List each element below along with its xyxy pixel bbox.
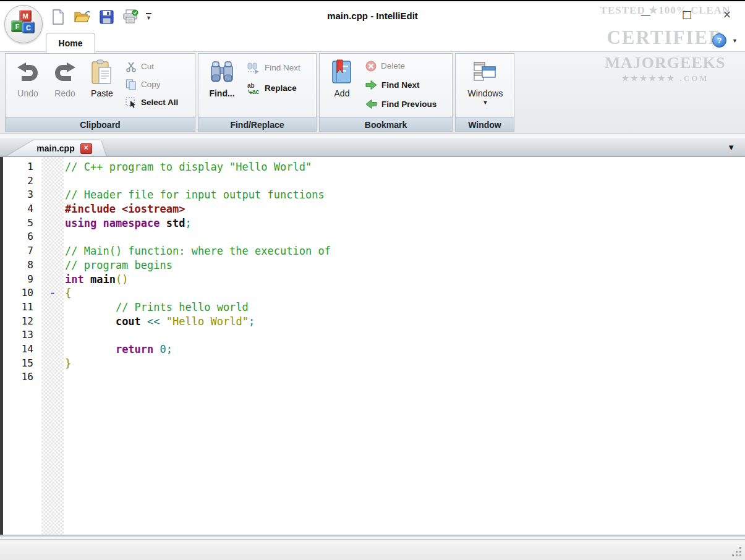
group-caption-bookmark: Bookmark (320, 117, 452, 131)
cut-icon (126, 61, 137, 72)
code-lines: 1// C++ program to display "Hello World"… (3, 160, 745, 384)
copy-button[interactable]: Copy (126, 78, 178, 91)
token-cmt: // Main() function: where the execution … (65, 245, 331, 257)
ribbon-options-caret[interactable]: ▼ (732, 38, 738, 44)
help-button[interactable]: ? (712, 33, 726, 48)
token-pln (160, 315, 166, 328)
copy-icon (126, 79, 137, 90)
document-tab-bar: main.cpp × ▼ (0, 138, 745, 157)
windows-dropdown-caret: ▼ (483, 100, 488, 106)
code-line: 8// program begins (3, 258, 745, 273)
code-text[interactable]: cout << "Hello World"; (64, 315, 745, 329)
code-text[interactable] (64, 174, 745, 189)
help-row: ? ▼ (712, 33, 738, 48)
bookmark-book-icon (330, 58, 354, 87)
code-text[interactable]: // C++ program to display "Hello World" (64, 160, 745, 174)
redo-icon (52, 58, 78, 87)
code-text[interactable]: { (64, 286, 745, 300)
code-line: 16 (3, 370, 745, 384)
token-cmt: // Header file for input output function… (65, 189, 325, 201)
undo-button[interactable]: Undo (9, 56, 46, 98)
paste-icon (91, 58, 113, 87)
maximize-button[interactable]: □ (682, 7, 692, 21)
fold-marker-icon[interactable]: - (41, 286, 64, 300)
fold-margin-cell (41, 258, 64, 273)
token-num: 0 (160, 343, 166, 355)
close-button[interactable]: × (723, 7, 731, 21)
delete-bookmark-button[interactable]: Delete (365, 59, 436, 72)
replace-icon: ab ac (247, 82, 260, 95)
fold-margin-cell (41, 244, 64, 258)
code-text[interactable]: } (64, 357, 745, 371)
token-pln (141, 315, 147, 328)
code-text[interactable]: // Main() function: where the execution … (64, 244, 745, 258)
application-menu-button[interactable]: M F C (4, 5, 43, 43)
token-op: ; (166, 343, 172, 355)
token-id: cout (116, 315, 141, 328)
minimize-button[interactable]: — (641, 7, 651, 21)
code-line: 1// C++ program to display "Hello World" (3, 160, 745, 174)
bookmark-find-next-button[interactable]: Find Next (365, 78, 436, 91)
find-next-icon (247, 62, 260, 74)
ribbon-group-window: Windows ▼ Window (455, 53, 514, 132)
select-all-button[interactable]: Select All (126, 96, 178, 109)
fold-margin-cell (41, 342, 64, 357)
code-line: 6 (3, 230, 745, 244)
undo-icon (15, 58, 41, 87)
code-text[interactable] (64, 328, 745, 342)
token-id: std (166, 217, 185, 229)
token-cmt: // program begins (65, 259, 172, 271)
token-kw: int (65, 273, 84, 286)
code-text[interactable] (64, 370, 745, 384)
close-document-icon[interactable]: × (80, 143, 92, 154)
replace-button[interactable]: ab ac Replace (247, 82, 300, 95)
find-next-button[interactable]: Find Next (247, 61, 300, 74)
code-text[interactable]: // Header file for input output function… (64, 188, 745, 202)
line-number: 7 (3, 244, 41, 258)
line-number: 11 (3, 300, 41, 315)
code-line: 7// Main() function: where the execution… (3, 244, 745, 258)
code-text[interactable] (64, 230, 745, 244)
code-text[interactable]: int main() (64, 273, 745, 287)
code-line: 5using namespace std; (3, 216, 745, 231)
line-number: 16 (3, 370, 41, 384)
find-button[interactable]: Find... (202, 56, 242, 98)
code-editor[interactable]: 1// C++ program to display "Hello World"… (0, 157, 745, 537)
document-tab-main-cpp[interactable]: main.cpp × (6, 140, 106, 156)
code-text[interactable]: // program begins (64, 258, 745, 273)
line-number: 5 (3, 216, 41, 231)
window-controls: — □ × (641, 7, 731, 21)
code-line: 15} (3, 357, 745, 371)
windows-button[interactable]: Windows ▼ (459, 56, 511, 106)
code-text[interactable]: #include <iostream> (64, 202, 745, 216)
token-cmt: // Prints hello world (116, 301, 249, 313)
token-brc: () (116, 273, 128, 286)
fold-margin-cell (41, 230, 64, 244)
token-pln (65, 343, 116, 355)
code-text[interactable]: return 0; (64, 342, 745, 357)
code-text[interactable]: // Prints hello world (64, 300, 745, 315)
add-bookmark-button[interactable]: Add (323, 56, 360, 98)
line-number: 4 (3, 202, 41, 216)
cut-button[interactable]: Cut (126, 60, 178, 73)
bookmark-find-previous-button[interactable]: Find Previous (365, 98, 436, 111)
delete-icon (365, 61, 377, 72)
paste-button[interactable]: Paste (83, 56, 121, 98)
token-pre: #include <iostream> (65, 203, 185, 215)
fold-margin-cell (41, 300, 64, 315)
document-list-caret[interactable]: ▼ (727, 143, 735, 152)
tab-home[interactable]: Home (46, 33, 95, 53)
code-line: 11 // Prints hello world (3, 300, 745, 315)
code-text[interactable]: using namespace std; (64, 216, 745, 231)
ribbon-tab-row: Home (0, 30, 745, 52)
token-op: ; (249, 315, 255, 328)
title-bar: ▼ main.cpp - IntelliEdit (0, 2, 745, 30)
token-id: main (90, 273, 116, 286)
ribbon: Undo Redo (0, 52, 745, 134)
token-brc: { (65, 287, 71, 299)
code-line: 3// Header file for input output functio… (3, 188, 745, 202)
group-caption-clipboard: Clipboard (6, 117, 195, 131)
redo-button[interactable]: Redo (46, 56, 83, 98)
resize-grip-icon[interactable] (739, 554, 741, 556)
select-all-icon (126, 97, 137, 108)
